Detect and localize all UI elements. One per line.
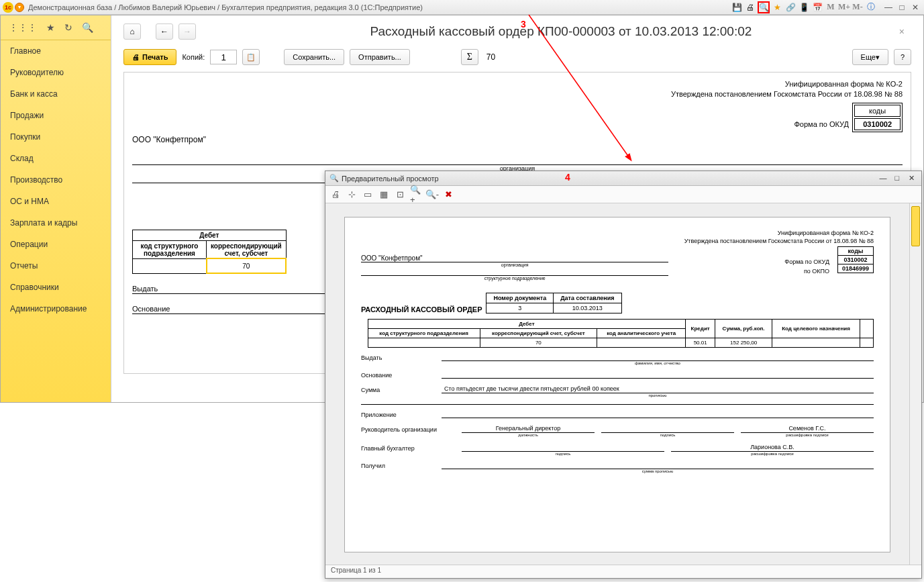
maximize-icon[interactable]: □ [896, 2, 908, 13]
calendar-icon[interactable]: 📅 [811, 1, 823, 13]
sidebar-item-reports[interactable]: Отчеты [1, 255, 111, 277]
pw-close-preview-icon[interactable]: ✖ [442, 189, 454, 201]
print-icon[interactable]: 🖨 [744, 1, 756, 13]
m-icon[interactable]: M [825, 1, 837, 13]
minimize-icon[interactable]: — [882, 2, 894, 13]
sidebar-item-operations[interactable]: Операции [1, 234, 111, 255]
selected-cell[interactable]: 70 [207, 258, 287, 273]
preview-body: Унифицированная форма № КО-2 Утверждена … [325, 203, 921, 565]
print-preview-icon[interactable]: 🔍 [758, 1, 770, 13]
calc-icon[interactable]: 📱 [798, 1, 810, 13]
print-button[interactable]: 🖨Печать [123, 49, 176, 65]
settings-button[interactable]: 📋 [242, 49, 260, 65]
sidebar-item-admin[interactable]: Администрирование [1, 298, 111, 320]
save-button[interactable]: Сохранить... [284, 49, 344, 65]
debit-table: Дебет код структурного подразделениякорр… [132, 230, 287, 274]
pw-zoom-in-icon[interactable]: 🔍+ [410, 189, 422, 201]
search-icon[interactable]: 🔍 [82, 22, 93, 33]
window-controls: — □ ✕ [882, 2, 921, 13]
sidebar-item-manager[interactable]: Руководителю [1, 62, 111, 83]
codes-box: коды 0310002 [852, 103, 903, 132]
pw-zoom-out-icon[interactable]: 🔍- [426, 189, 438, 201]
preview-page-wrap[interactable]: Унифицированная форма № КО-2 Утверждена … [325, 203, 909, 565]
send-button[interactable]: Отправить... [350, 49, 410, 65]
org-name: ООО "Конфетпром" [132, 135, 903, 144]
forward-button[interactable]: → [178, 23, 196, 40]
info-icon[interactable]: ⓘ [865, 1, 877, 13]
pw-main-table: Дебет Кредит Сумма, руб.коп. Код целевог… [361, 319, 874, 348]
copies-label: Копий: [182, 53, 205, 61]
sidebar-item-warehouse[interactable]: Склад [1, 148, 111, 169]
favorite-icon[interactable]: ★ [771, 1, 783, 13]
m-plus-icon[interactable]: M+ [838, 1, 850, 13]
sum-button[interactable]: Σ [461, 49, 478, 65]
preview-page: Унифицированная форма № КО-2 Утверждена … [344, 217, 890, 552]
pw-page-icon[interactable]: ▭ [362, 189, 374, 201]
preview-title: Предварительный просмотр [342, 175, 439, 183]
pw-pages-icon[interactable]: ▦ [378, 189, 390, 201]
preview-window: 🔍 Предварительный просмотр — □ ✕ 🖨 ⊹ ▭ ▦… [325, 171, 922, 579]
window-title: Демонстрационная база / Любимов Валерий … [28, 3, 731, 11]
preview-scrollbar[interactable] [909, 203, 921, 565]
annotation-4: 4 [565, 172, 570, 183]
close-tab-icon[interactable]: × [899, 26, 905, 37]
sidebar: ⋮⋮⋮ ★ ↻ 🔍 Главное Руководителю Банк и ка… [1, 15, 111, 402]
annotation-3: 3 [521, 19, 526, 30]
back-button[interactable]: ← [156, 23, 173, 40]
pw-codes: коды 0310002 01846999 [837, 246, 874, 273]
doc-title: Расходный кассовый ордер КП00-000003 от … [228, 24, 894, 39]
history-icon[interactable]: ↻ [64, 22, 72, 33]
preview-toolbar: 🖨 ⊹ ▭ ▦ ⊡ 🔍+ 🔍- ✖ [325, 186, 921, 203]
preview-icon: 🔍 [329, 174, 339, 183]
form-header: Унифицированная форма № КО-2 Утверждена … [132, 79, 903, 100]
pw-docnum-table: Номер документаДата составления 310.03.2… [486, 293, 621, 313]
preview-close-icon[interactable]: ✕ [905, 173, 917, 184]
okud-label: Форма по ОКУД [132, 120, 849, 128]
sidebar-item-assets[interactable]: ОС и НМА [1, 191, 111, 212]
sidebar-icons: ⋮⋮⋮ ★ ↻ 🔍 [1, 15, 111, 40]
sidebar-item-sales[interactable]: Продажи [1, 105, 111, 126]
sidebar-item-catalogs[interactable]: Справочники [1, 277, 111, 298]
sidebar-item-bank[interactable]: Банк и касса [1, 83, 111, 105]
save-icon[interactable]: 💾 [731, 1, 743, 13]
link-icon[interactable]: 🔗 [784, 1, 797, 13]
app-logo-icon: 1c [3, 2, 13, 13]
preview-window-controls: — □ ✕ [877, 173, 917, 184]
sidebar-item-salary[interactable]: Зарплата и кадры [1, 212, 111, 234]
preview-maximize-icon[interactable]: □ [891, 173, 903, 183]
titlebar: 1c ▾ Демонстрационная база / Любимов Вал… [0, 0, 924, 15]
sidebar-item-production[interactable]: Производство [1, 169, 111, 191]
titlebar-tools: 💾 🖨 🔍 ★ 🔗 📱 📅 M M+ M- ⓘ [731, 1, 877, 13]
help-button[interactable]: ? [894, 49, 911, 65]
home-button[interactable]: ⌂ [123, 23, 141, 40]
sidebar-item-purchases[interactable]: Покупки [1, 126, 111, 148]
content-header: ⌂ ← → Расходный кассовый ордер КП00-0000… [111, 15, 923, 45]
m-minus-icon[interactable]: M- [852, 1, 864, 13]
scrollbar-thumb[interactable] [911, 206, 920, 246]
pw-fit-icon[interactable]: ⊹ [346, 189, 358, 201]
more-button[interactable]: Еще ▾ [852, 49, 888, 65]
sidebar-item-main[interactable]: Главное [1, 40, 111, 62]
star-icon[interactable]: ★ [46, 22, 55, 33]
preview-minimize-icon[interactable]: — [877, 173, 889, 183]
toolbar: 🖨Печать Копий: 📋 Сохранить... Отправить.… [111, 45, 923, 72]
pw-zoom-icon[interactable]: ⊡ [394, 189, 406, 201]
copies-input[interactable] [210, 50, 237, 64]
pw-print-icon[interactable]: 🖨 [329, 189, 342, 201]
sum-value: 70 [486, 52, 495, 62]
close-icon[interactable]: ✕ [909, 2, 921, 13]
preview-status: Страница 1 из 1 [325, 565, 921, 578]
dropdown-icon[interactable]: ▾ [15, 3, 24, 12]
menu-icon[interactable]: ⋮⋮⋮ [9, 22, 37, 33]
